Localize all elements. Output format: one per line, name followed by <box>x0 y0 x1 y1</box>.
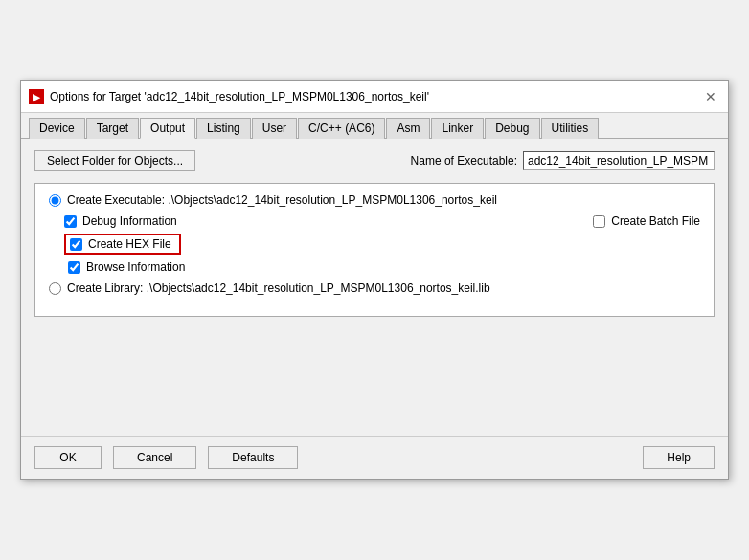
create-batch-checkbox[interactable] <box>593 215 605 228</box>
create-hex-container: Create HEX File <box>64 234 700 255</box>
create-library-label: Create Library: .\Objects\adc12_14bit_re… <box>67 281 490 295</box>
tab-debug[interactable]: Debug <box>485 118 539 139</box>
help-button[interactable]: Help <box>643 446 715 469</box>
tab-user[interactable]: User <box>252 118 297 139</box>
select-folder-button[interactable]: Select Folder for Objects... <box>34 150 195 171</box>
debug-info-row: Debug Information <box>64 214 177 228</box>
close-button[interactable]: ✕ <box>701 87 720 106</box>
create-batch-row: Create Batch File <box>593 214 700 228</box>
name-executable-label: Name of Executable: <box>411 154 517 168</box>
defaults-button[interactable]: Defaults <box>208 446 298 469</box>
content-area: Select Folder for Objects... Name of Exe… <box>21 139 728 436</box>
tab-utilities[interactable]: Utilities <box>541 118 600 139</box>
create-hex-highlight: Create HEX File <box>64 234 181 255</box>
output-group: Create Executable: .\Objects\adc12_14bit… <box>34 183 715 317</box>
create-hex-label: Create HEX File <box>88 237 171 251</box>
cancel-button[interactable]: Cancel <box>113 446 196 469</box>
tab-target[interactable]: Target <box>86 118 139 139</box>
create-batch-label: Create Batch File <box>611 214 700 228</box>
name-exec-row: Name of Executable: <box>411 151 715 170</box>
tab-output[interactable]: Output <box>140 118 195 139</box>
title-bar-left: ▶ Options for Target 'adc12_14bit_resolu… <box>29 89 429 104</box>
create-library-radio[interactable] <box>49 282 61 295</box>
debug-batch-row: Debug Information Create Batch File <box>64 214 700 228</box>
create-library-row: Create Library: .\Objects\adc12_14bit_re… <box>49 281 700 295</box>
tab-linker[interactable]: Linker <box>431 118 484 139</box>
tab-asm[interactable]: Asm <box>386 118 430 139</box>
footer: OK Cancel Defaults Help <box>21 436 728 479</box>
toolbar-row: Select Folder for Objects... Name of Exe… <box>34 150 715 171</box>
create-executable-row: Create Executable: .\Objects\adc12_14bit… <box>49 193 700 207</box>
dialog-title: Options for Target 'adc12_14bit_resoluti… <box>50 90 429 103</box>
debug-info-checkbox[interactable] <box>64 215 77 228</box>
create-hex-checkbox[interactable] <box>70 238 82 251</box>
title-bar: ▶ Options for Target 'adc12_14bit_resolu… <box>21 81 728 113</box>
browse-info-row: Browse Information <box>68 260 700 274</box>
tab-cpp[interactable]: C/C++ (AC6) <box>298 118 385 139</box>
create-executable-radio[interactable] <box>49 194 61 207</box>
app-icon: ▶ <box>29 89 44 104</box>
browse-info-label: Browse Information <box>86 260 185 274</box>
spacer <box>34 328 715 424</box>
tab-listing[interactable]: Listing <box>196 118 251 139</box>
dialog: ▶ Options for Target 'adc12_14bit_resolu… <box>20 80 729 480</box>
ok-button[interactable]: OK <box>34 446 102 469</box>
tab-bar: Device Target Output Listing User C/C++ … <box>21 113 728 139</box>
debug-info-label: Debug Information <box>82 214 177 228</box>
create-executable-label: Create Executable: .\Objects\adc12_14bit… <box>67 193 497 207</box>
tab-device[interactable]: Device <box>29 118 85 139</box>
browse-info-checkbox[interactable] <box>68 261 80 274</box>
name-executable-input[interactable] <box>523 151 715 170</box>
